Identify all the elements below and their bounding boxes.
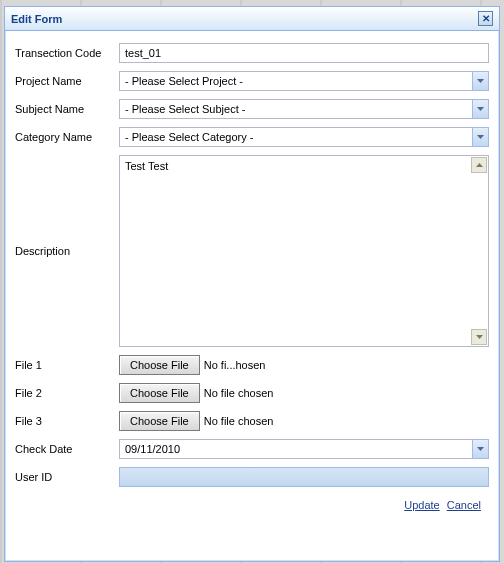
user-id-readonly [119, 467, 489, 487]
svg-marker-1 [477, 107, 484, 111]
row-check-date: Check Date [15, 439, 489, 459]
row-file1: File 1 Choose File No fi...hosen [15, 355, 489, 375]
category-name-input[interactable] [119, 127, 472, 147]
subject-name-input[interactable] [119, 99, 472, 119]
label-category-name: Category Name [15, 131, 119, 143]
close-button[interactable]: ✕ [478, 11, 493, 26]
chevron-down-icon [477, 447, 484, 451]
row-subject-name: Subject Name [15, 99, 489, 119]
choose-file2-button[interactable]: Choose File [119, 383, 200, 403]
file2-status: No file chosen [204, 387, 274, 399]
chevron-down-icon [477, 107, 484, 111]
label-check-date: Check Date [15, 443, 119, 455]
chevron-down-icon [477, 135, 484, 139]
file1-status: No fi...hosen [204, 359, 266, 371]
backdrop: Edit Form ✕ Transection Code Project Nam… [0, 0, 504, 563]
row-project-name: Project Name [15, 71, 489, 91]
choose-file1-button[interactable]: Choose File [119, 355, 200, 375]
label-project-name: Project Name [15, 75, 119, 87]
window-title: Edit Form [11, 13, 478, 25]
category-name-trigger[interactable] [472, 127, 489, 147]
check-date-trigger[interactable] [472, 439, 489, 459]
close-icon: ✕ [482, 13, 490, 24]
label-file3: File 3 [15, 415, 119, 427]
edit-form-window: Edit Form ✕ Transection Code Project Nam… [4, 6, 500, 562]
svg-marker-5 [477, 447, 484, 451]
transaction-code-input[interactable] [119, 43, 489, 63]
choose-file3-button[interactable]: Choose File [119, 411, 200, 431]
svg-marker-2 [477, 135, 484, 139]
label-description: Description [15, 245, 119, 257]
svg-marker-0 [477, 79, 484, 83]
row-user-id: User ID [15, 467, 489, 487]
subject-name-combo[interactable] [119, 99, 489, 119]
form-footer: Update Cancel [15, 495, 489, 517]
update-link[interactable]: Update [404, 499, 439, 511]
check-date-input[interactable] [119, 439, 472, 459]
label-user-id: User ID [15, 471, 119, 483]
cancel-link[interactable]: Cancel [447, 499, 481, 511]
file3-status: No file chosen [204, 415, 274, 427]
form-body: Transection Code Project Name S [5, 31, 499, 561]
chevron-down-icon [477, 79, 484, 83]
row-file2: File 2 Choose File No file chosen [15, 383, 489, 403]
row-description: Description [15, 155, 489, 347]
label-file1: File 1 [15, 359, 119, 371]
titlebar: Edit Form ✕ [5, 7, 499, 31]
project-name-combo[interactable] [119, 71, 489, 91]
check-date-combo[interactable] [119, 439, 489, 459]
subject-name-trigger[interactable] [472, 99, 489, 119]
description-textarea[interactable] [119, 155, 489, 347]
row-category-name: Category Name [15, 127, 489, 147]
label-subject-name: Subject Name [15, 103, 119, 115]
label-transaction-code: Transection Code [15, 47, 119, 59]
row-transaction-code: Transection Code [15, 43, 489, 63]
category-name-combo[interactable] [119, 127, 489, 147]
row-file3: File 3 Choose File No file chosen [15, 411, 489, 431]
project-name-trigger[interactable] [472, 71, 489, 91]
project-name-input[interactable] [119, 71, 472, 91]
label-file2: File 2 [15, 387, 119, 399]
